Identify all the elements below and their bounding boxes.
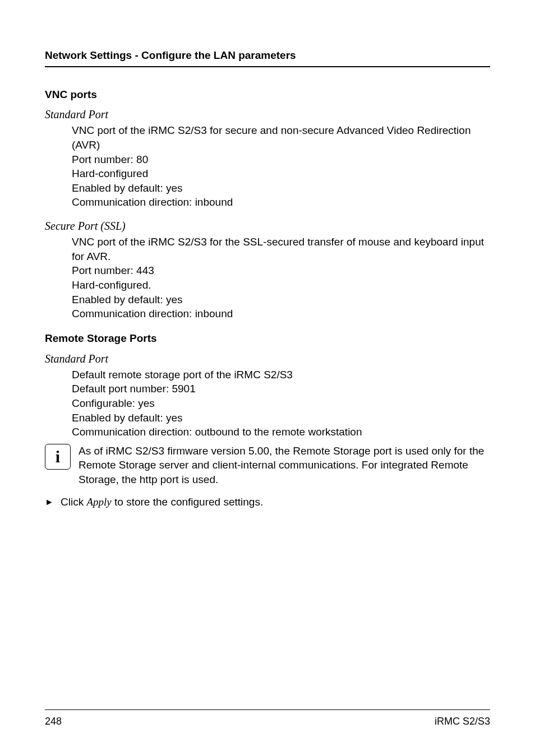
triangle-bullet-icon: ► bbox=[45, 495, 61, 508]
text-span: Click bbox=[61, 496, 86, 508]
section-title-vnc: VNC ports bbox=[45, 87, 490, 102]
def-storage-standard: Default remote storage port of the iRMC … bbox=[72, 368, 490, 439]
text-line: VNC port of the iRMC S2/S3 for the SSL-s… bbox=[72, 235, 490, 263]
term-vnc-secure: Secure Port (SSL) bbox=[45, 219, 490, 234]
text-line: Default port number: 5901 bbox=[72, 382, 490, 396]
text-line: Hard-configured bbox=[72, 166, 490, 181]
text-line: Enabled by default: yes bbox=[72, 181, 490, 196]
document-page: Network Settings - Configure the LAN par… bbox=[0, 0, 535, 756]
section-title-storage: Remote Storage Ports bbox=[45, 331, 490, 346]
info-note: i As of iRMC S2/S3 firmware version 5.00… bbox=[45, 444, 490, 487]
footer-product: iRMC S2/S3 bbox=[435, 715, 490, 728]
text-line: Communication direction: inbound bbox=[72, 195, 490, 210]
text-line: Communication direction: outbound to the… bbox=[72, 425, 490, 439]
text-line: Port number: 443 bbox=[72, 263, 490, 278]
apply-instruction: ► Click Apply to store the configured se… bbox=[45, 495, 490, 509]
text-line: Port number: 80 bbox=[72, 152, 490, 167]
text-line: Hard-configured. bbox=[72, 278, 490, 293]
text-line: Communication direction: inbound bbox=[72, 307, 490, 321]
text-line: Configurable: yes bbox=[72, 396, 490, 411]
info-text: As of iRMC S2/S3 firmware version 5.00, … bbox=[79, 444, 490, 487]
text-line: VNC port of the iRMC S2/S3 for secure an… bbox=[72, 123, 490, 152]
page-footer: 248 iRMC S2/S3 bbox=[45, 709, 490, 728]
term-storage-standard: Standard Port bbox=[45, 351, 490, 367]
text-line: Default remote storage port of the iRMC … bbox=[72, 368, 490, 382]
apply-text: Click Apply to store the configured sett… bbox=[61, 495, 263, 509]
page-number: 248 bbox=[45, 715, 62, 728]
text-line: Enabled by default: yes bbox=[72, 411, 490, 425]
info-icon: i bbox=[45, 444, 71, 470]
term-vnc-standard: Standard Port bbox=[45, 107, 490, 122]
text-span: to store the configured settings. bbox=[112, 496, 263, 508]
def-vnc-standard: VNC port of the iRMC S2/S3 for secure an… bbox=[72, 123, 490, 210]
info-icon-letter: i bbox=[56, 448, 60, 465]
page-heading: Network Settings - Configure the LAN par… bbox=[45, 48, 490, 67]
def-vnc-secure: VNC port of the iRMC S2/S3 for the SSL-s… bbox=[72, 235, 490, 321]
text-line: Enabled by default: yes bbox=[72, 293, 490, 307]
apply-italic: Apply bbox=[86, 496, 111, 508]
